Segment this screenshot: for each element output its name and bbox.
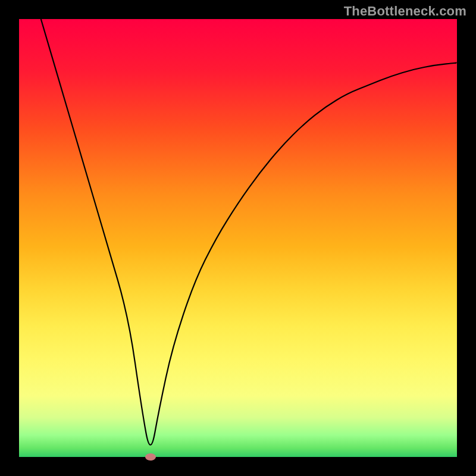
curve-path (41, 19, 457, 445)
min-marker (145, 453, 156, 461)
chart-frame: TheBottleneck.com (0, 0, 476, 476)
watermark-text: TheBottleneck.com (344, 4, 466, 19)
curve-svg (19, 19, 457, 457)
plot-area (19, 19, 457, 457)
